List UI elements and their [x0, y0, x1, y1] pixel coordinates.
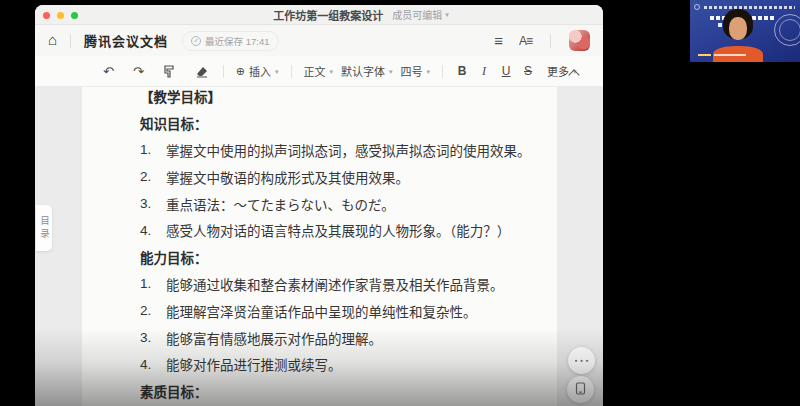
- document-title: 工作坊第一组教案设计: [273, 7, 383, 23]
- doc-heading: 知识目标：: [140, 110, 541, 137]
- divider: [550, 34, 551, 48]
- format-painter-icon[interactable]: [157, 65, 182, 78]
- doc-list-item: 1.能够通过收集和整合素材阐述作家背景及相关作品背景。: [140, 271, 541, 298]
- doc-heading: 【教学目标】: [140, 83, 541, 110]
- hamburger-menu-icon[interactable]: ≡: [494, 33, 503, 48]
- document-page[interactable]: 【教学目标】 知识目标： 1.掌握文中使用的拟声词拟态词，感受拟声拟态词的使用效…: [82, 87, 557, 406]
- zoom-window-button[interactable]: [71, 12, 78, 19]
- slide-header-text: [704, 6, 795, 9]
- chevron-down-icon: ▾: [275, 68, 279, 75]
- toc-side-tab[interactable]: 目录: [36, 205, 52, 251]
- participant-video[interactable]: [690, 0, 800, 62]
- device-icon: [575, 381, 586, 399]
- app-title: 腾讯会议文档: [84, 31, 168, 50]
- insert-button[interactable]: ⊕ 插入 ▾: [232, 63, 283, 79]
- editor-canvas: 【教学目标】 知识目标： 1.掌握文中使用的拟声词拟态词，感受拟声拟态词的使用效…: [35, 87, 603, 406]
- close-window-button[interactable]: [43, 12, 50, 19]
- more-actions-button[interactable]: ● ● ●: [568, 347, 595, 374]
- divider: [70, 34, 71, 48]
- check-icon: ✓: [191, 36, 201, 46]
- minimize-window-button[interactable]: [57, 12, 64, 19]
- home-icon[interactable]: ⌂: [48, 32, 57, 47]
- ellipsis-icon: ● ● ●: [574, 358, 588, 363]
- paragraph-style-select[interactable]: 正文 ▾: [300, 63, 338, 79]
- chevron-down-icon: ▾: [330, 68, 334, 75]
- mobile-view-button[interactable]: [567, 376, 594, 403]
- chevron-down-icon: ▾: [427, 68, 431, 75]
- window-titlebar: 工作坊第一组教案设计 成员可编辑 ▾: [35, 5, 603, 25]
- font-size-select[interactable]: 四号 ▾: [397, 63, 435, 79]
- save-status-text: 最近保存 17:41: [205, 34, 269, 48]
- doc-list-item: 3.重点语法：～てたまらない、ものだ。: [140, 190, 541, 217]
- participant-face: [729, 17, 747, 40]
- doc-list-item: 3.能够富有情感地展示对作品的理解。: [140, 324, 541, 351]
- toc-label: 目录: [37, 216, 51, 241]
- italic-button[interactable]: I: [473, 64, 495, 79]
- strikethrough-button[interactable]: S: [517, 64, 539, 78]
- doc-heading: 能力目标：: [140, 244, 541, 271]
- doc-list-item: 2.能理解宫泽贤治童话作品中呈现的单纯性和复杂性。: [140, 297, 541, 324]
- redo-icon[interactable]: ↷: [127, 65, 150, 78]
- university-seal-icon: [774, 14, 800, 46]
- slide-caption-accent: [698, 54, 711, 57]
- divider: [291, 65, 292, 78]
- font-family-select[interactable]: 默认字体 ▾: [337, 63, 397, 79]
- collapse-toolbar-icon[interactable]: [570, 68, 579, 77]
- doc-list-item: 4.感受人物对话的语言特点及其展现的人物形象。（能力？）: [140, 217, 541, 244]
- undo-icon[interactable]: ↶: [97, 65, 120, 78]
- divider: [442, 65, 443, 78]
- doc-list-item: 1.掌握文中使用的拟声词拟态词，感受拟声拟态词的使用效果。: [140, 137, 541, 164]
- doc-header: ⌂ 腾讯会议文档 ✓ 最近保存 17:41 ≡ A≡: [35, 25, 603, 56]
- underline-button[interactable]: U: [495, 64, 517, 78]
- outline-view-icon[interactable]: A≡: [519, 34, 532, 48]
- bold-button[interactable]: B: [451, 64, 473, 78]
- slide-caption-text: [714, 54, 746, 57]
- docs-app-window: 工作坊第一组教案设计 成员可编辑 ▾ ⌂ 腾讯会议文档 ✓ 最近保存 17:41…: [35, 5, 603, 406]
- chevron-down-icon: ▾: [389, 68, 393, 75]
- plus-circle-icon: ⊕: [236, 65, 245, 78]
- permission-dropdown[interactable]: 成员可编辑 ▾: [392, 7, 449, 22]
- doc-list-item: 4.能够对作品进行推测或续写。: [140, 351, 541, 378]
- chevron-down-icon: ▾: [445, 11, 449, 18]
- doc-heading: 素质目标：: [140, 378, 541, 405]
- document-text: 【教学目标】 知识目标： 1.掌握文中使用的拟声词拟态词，感受拟声拟态词的使用效…: [140, 83, 541, 405]
- divider: [223, 65, 224, 78]
- window-controls: [43, 12, 78, 19]
- doc-list-item: 2.掌握文中敬语的构成形式及其使用效果。: [140, 163, 541, 190]
- user-avatar[interactable]: [569, 30, 590, 51]
- clear-format-eraser-icon[interactable]: [189, 65, 215, 78]
- slide-logo-icon: [694, 4, 700, 10]
- save-status-badge: ✓ 最近保存 17:41: [182, 31, 278, 51]
